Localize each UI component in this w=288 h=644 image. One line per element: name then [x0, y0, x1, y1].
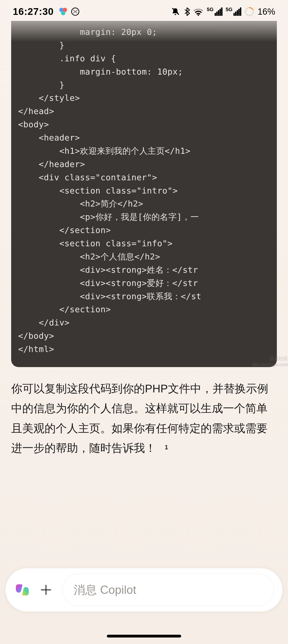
input-placeholder: 消息 Copilot [74, 582, 136, 598]
copilot-logo-icon[interactable] [14, 582, 31, 598]
message-input[interactable]: 消息 Copilot [62, 574, 274, 606]
svg-point-2 [61, 11, 66, 15]
bluetooth-icon [184, 7, 190, 16]
code-content: margin: 20px 0; } .info div { margin-bot… [18, 26, 270, 356]
status-time: 16:27:30 [13, 6, 54, 17]
app-icons [58, 7, 80, 16]
add-button[interactable] [40, 583, 52, 596]
battery-ring-icon [244, 7, 254, 16]
code-block[interactable]: margin: 20px 0; } .info div { margin-bot… [11, 21, 277, 367]
input-bar: 消息 Copilot [6, 568, 282, 612]
app-circle-icon [71, 7, 80, 16]
status-left: 16:27:30 [13, 6, 80, 17]
status-right: 5G 5G 16% [171, 7, 275, 17]
mute-icon [171, 7, 181, 16]
watermark: 流星社区 bbs.liuxingw.com [253, 356, 288, 368]
signal-5g-1: 5G [207, 8, 222, 16]
battery-percent: 16% [258, 7, 275, 17]
wifi-icon [193, 8, 204, 16]
svg-point-5 [198, 14, 199, 16]
status-bar: 16:27:30 5G [0, 0, 288, 21]
footnote-marker: 1 [165, 444, 168, 451]
home-indicator[interactable] [107, 635, 181, 638]
assistant-message: 你可以复制这段代码到你的PHP文件中，并替换示例中的信息为你的个人信息。这样就可… [11, 379, 277, 458]
message-body: 你可以复制这段代码到你的PHP文件中，并替换示例中的信息为你的个人信息。这样就可… [11, 382, 268, 454]
signal-5g-2: 5G [226, 8, 241, 16]
baidu-cloud-icon [58, 7, 68, 16]
